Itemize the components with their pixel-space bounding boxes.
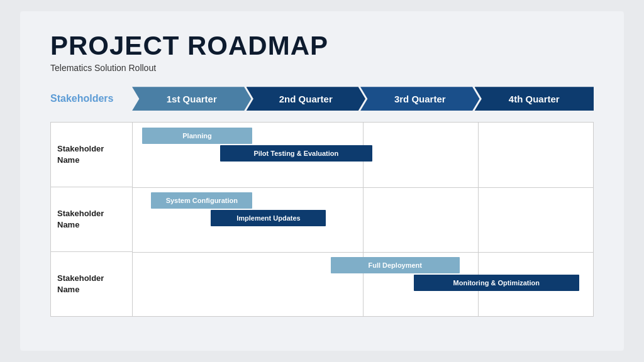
stakeholder-1-name: StakeholderName <box>57 143 104 166</box>
gantt-chart: StakeholderName StakeholderName Stakehol… <box>50 122 594 317</box>
stakeholder-2-cell: StakeholderName <box>51 187 132 252</box>
header-row: Stakeholders 1st Quarter 2nd Quarter 3rd… <box>50 87 594 111</box>
stakeholder-2-name: StakeholderName <box>57 208 104 231</box>
subtitle: Telematics Solution Rollout <box>50 63 594 73</box>
bar-implement-updates: Implement Updates <box>211 210 326 226</box>
stakeholder-3-cell: StakeholderName <box>51 252 132 316</box>
slide: PROJECT ROADMAP Telematics Solution Roll… <box>20 11 624 351</box>
stakeholder-3-name: StakeholderName <box>57 273 104 295</box>
stakeholder-column: StakeholderName StakeholderName Stakehol… <box>50 122 132 317</box>
stakeholders-label: Stakeholders <box>50 93 132 104</box>
bar-system-config: System Configuration <box>151 192 252 209</box>
title: PROJECT ROADMAP <box>50 31 594 60</box>
hline-2 <box>133 252 593 253</box>
quarters: 1st Quarter 2nd Quarter 3rd Quarter 4th … <box>132 87 594 111</box>
bar-planning: Planning <box>142 128 253 144</box>
bar-monitoring-optimization: Monitoring & Optimization <box>414 275 580 291</box>
bar-full-deployment: Full Deployment <box>331 257 460 273</box>
quarter-1: 1st Quarter <box>132 87 252 111</box>
grid-area: Planning Pilot Testing & Evaluation Syst… <box>132 122 594 317</box>
stakeholder-1-cell: StakeholderName <box>51 123 132 187</box>
bar-pilot-testing: Pilot Testing & Evaluation <box>220 145 372 162</box>
quarter-2: 2nd Quarter <box>247 87 366 111</box>
hline-1 <box>133 187 593 188</box>
quarter-3: 3rd Quarter <box>360 87 480 111</box>
quarter-4: 4th Quarter <box>475 87 594 111</box>
